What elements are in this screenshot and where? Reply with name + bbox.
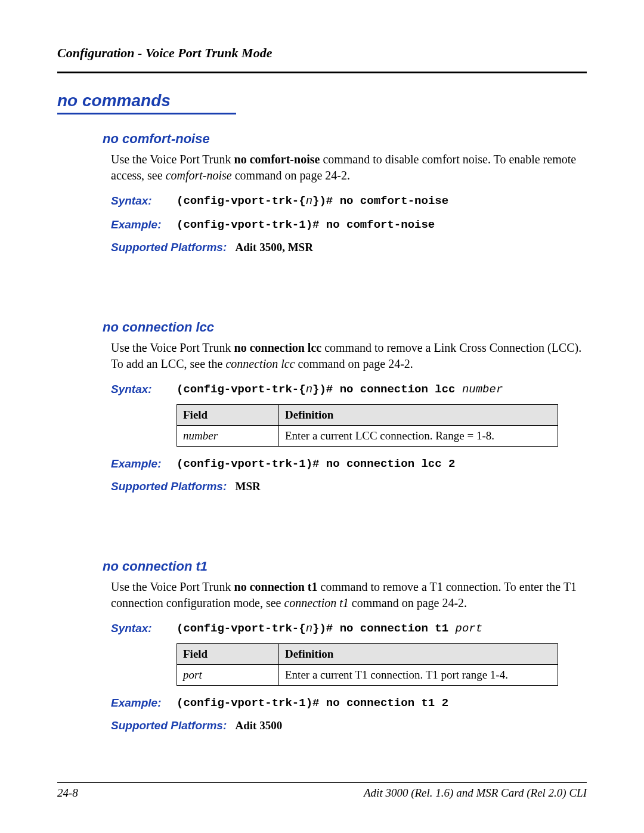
syntax-row: Syntax: (config-vport-trk-{n})# no conne… [111,622,587,635]
platforms-row: Supported Platforms: MSR [111,480,587,493]
section-title: no connection t1 [103,559,587,574]
example-row: Example: (config-vport-trk-1)# no connec… [111,696,587,710]
table-row: port Enter a current T1 connection. T1 p… [177,665,558,686]
platforms-label: Supported Platforms: [111,480,227,493]
example-label: Example: [111,218,177,231]
example-value: (config-vport-trk-1)# no connection t1 2 [177,696,448,710]
section-description: Use the Voice Port Trunk no connection t… [111,579,587,611]
platforms-value: Adit 3500 [235,719,282,732]
syntax-row: Syntax: (config-vport-trk-{n})# no conne… [111,383,587,396]
section-no-connection-lcc: no connection lcc Use the Voice Port Tru… [111,320,587,493]
running-header: Configuration - Voice Port Trunk Mode [57,45,587,61]
col-field: Field [177,405,279,426]
example-row: Example: (config-vport-trk-1)# no comfor… [111,218,587,231]
section-title: no comfort-noise [103,131,587,147]
col-definition: Definition [279,644,558,665]
example-value: (config-vport-trk-1)# no comfort-noise [177,218,435,231]
table-header-row: Field Definition [177,644,558,665]
section-description: Use the Voice Port Trunk no comfort-nois… [111,151,587,184]
cell-definition: Enter a current T1 connection. T1 port r… [279,665,558,686]
example-label: Example: [111,457,177,470]
header-rule [57,72,587,73]
example-label: Example: [111,696,177,710]
example-value: (config-vport-trk-1)# no connection lcc … [177,457,455,470]
section-no-connection-t1: no connection t1 Use the Voice Port Trun… [111,559,587,732]
syntax-label: Syntax: [111,622,177,635]
platforms-label: Supported Platforms: [111,241,227,253]
syntax-label: Syntax: [111,194,177,208]
example-row: Example: (config-vport-trk-1)# no connec… [111,457,587,470]
syntax-value: (config-vport-trk-{n})# no connection lc… [177,383,503,396]
col-field: Field [177,644,279,665]
col-definition: Definition [279,405,558,426]
section-description: Use the Voice Port Trunk no connection l… [111,340,587,372]
cell-field: port [177,665,279,686]
platforms-label: Supported Platforms: [111,719,227,732]
platforms-value: Adit 3500, MSR [235,241,312,253]
section-title: no connection lcc [103,320,587,335]
page-footer: 24-8 Adit 3000 (Rel. 1.6) and MSR Card (… [57,782,587,800]
syntax-value: (config-vport-trk-{n})# no connection t1… [177,622,482,635]
section-no-comfort-noise: no comfort-noise Use the Voice Port Trun… [111,131,587,254]
footer-rule [57,782,587,783]
doc-title: Adit 3000 (Rel. 1.6) and MSR Card (Rel 2… [364,786,587,800]
table-row: number Enter a current LCC connection. R… [177,426,558,447]
field-definition-table: Field Definition port Enter a current T1… [177,643,558,686]
platforms-row: Supported Platforms: Adit 3500, MSR [111,241,587,254]
page-number: 24-8 [57,786,78,800]
platforms-row: Supported Platforms: Adit 3500 [111,719,587,732]
page-heading: no commands [57,88,236,114]
field-definition-table: Field Definition number Enter a current … [177,404,558,447]
syntax-row: Syntax: (config-vport-trk-{n})# no comfo… [111,194,587,208]
cell-definition: Enter a current LCC connection. Range = … [279,426,558,447]
table-header-row: Field Definition [177,405,558,426]
cell-field: number [177,426,279,447]
syntax-label: Syntax: [111,383,177,396]
syntax-value: (config-vport-trk-{n})# no comfort-noise [177,194,448,208]
platforms-value: MSR [235,480,260,493]
